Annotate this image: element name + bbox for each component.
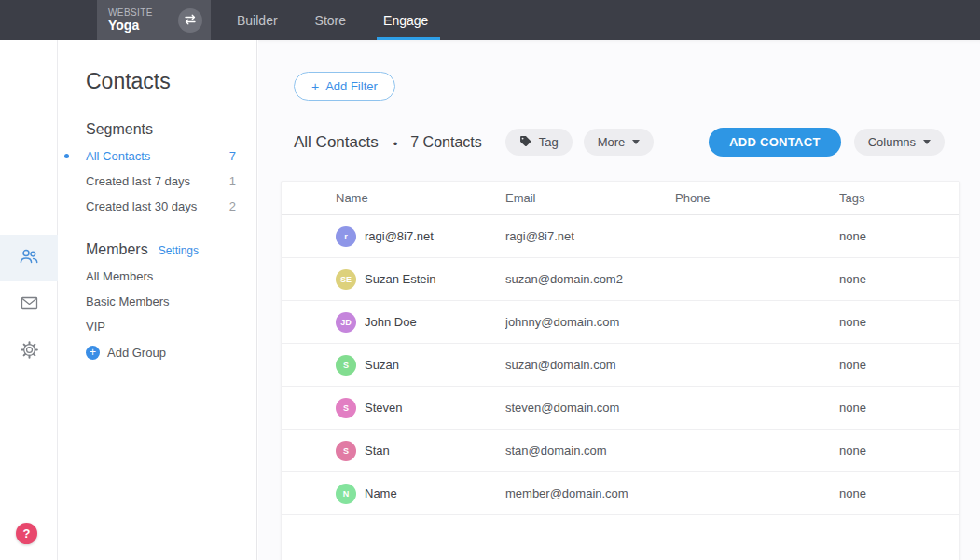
members-item-vip[interactable]: VIP — [58, 314, 256, 339]
avatar: JD — [336, 312, 356, 333]
site-switcher[interactable]: WEBSITE Yoga — [97, 0, 211, 40]
switch-site-button[interactable] — [178, 8, 202, 33]
table-row[interactable]: r ragi@8i7.net ragi@8i7.net none — [282, 215, 959, 258]
segment-all-contacts[interactable]: All Contacts 7 — [58, 143, 256, 169]
table-row[interactable]: N Name member@domain.com none — [282, 472, 959, 515]
rail-item-mail[interactable] — [0, 281, 58, 328]
column-header-name: Name — [336, 191, 505, 205]
contact-name: Stan — [365, 444, 390, 458]
contact-name: Suzan — [365, 358, 399, 372]
contact-email: suzan@domain.com2 — [505, 272, 675, 286]
question-icon: ? — [23, 526, 31, 540]
contact-email: stan@domain.com — [505, 444, 675, 458]
contact-tags: none — [839, 486, 959, 500]
contact-tags: none — [839, 229, 959, 243]
contact-name: Suzan Estein — [365, 272, 436, 286]
contact-tags: none — [839, 444, 959, 458]
current-segment-title: All Contacts — [294, 133, 379, 152]
segment-count: 1 — [229, 174, 236, 188]
columns-button[interactable]: Columns — [854, 129, 945, 156]
members-item-basic[interactable]: Basic Members — [58, 289, 256, 314]
avatar: S — [336, 398, 356, 418]
left-icon-rail: ? — [0, 40, 58, 560]
segment-count: 2 — [229, 199, 236, 213]
main-content: + Add Filter All Contacts • 7 Contacts T… — [258, 40, 980, 560]
contacts-side-panel: Contacts Segments All Contacts 7 Created… — [58, 40, 257, 560]
contact-name: John Doe — [365, 315, 417, 329]
contact-tags: none — [839, 358, 959, 372]
rail-item-settings[interactable] — [0, 328, 58, 375]
contacts-table: Name Email Phone Tags r ragi@8i7.net rag… — [281, 181, 960, 560]
table-row[interactable]: S Steven steven@domain.com none — [282, 387, 959, 430]
contact-tags: none — [839, 272, 959, 286]
tag-icon — [519, 135, 539, 150]
panel-title: Contacts — [86, 69, 256, 94]
table-row[interactable]: JD John Doe johnny@domain.com none — [282, 301, 959, 344]
table-row[interactable]: S Stan stan@domain.com none — [282, 430, 959, 472]
top-bar: WEBSITE Yoga Builder Store Engage — [0, 0, 980, 40]
column-header-email: Email — [505, 191, 675, 205]
site-type-label: WEBSITE — [108, 7, 178, 19]
contact-email: member@domain.com — [505, 486, 675, 500]
contact-email: steven@domain.com — [505, 401, 675, 415]
table-header-row: Name Email Phone Tags — [282, 182, 959, 215]
tab-store[interactable]: Store — [297, 0, 365, 40]
column-header-phone: Phone — [675, 191, 839, 205]
active-tab-underline — [377, 37, 440, 40]
add-filter-button[interactable]: + Add Filter — [294, 72, 395, 101]
add-group-button[interactable]: + Add Group — [58, 339, 256, 366]
avatar: S — [336, 355, 356, 376]
contact-name: Steven — [365, 401, 402, 415]
members-settings-link[interactable]: Settings — [159, 244, 199, 257]
avatar: SE — [336, 269, 356, 290]
contacts-count: 7 Contacts — [410, 134, 481, 151]
segments-heading: Segments — [86, 121, 256, 138]
avatar: r — [336, 226, 356, 247]
contact-name: Name — [365, 486, 397, 500]
main-nav-tabs: Builder Store Engage — [218, 0, 447, 40]
contact-name: ragi@8i7.net — [365, 229, 434, 243]
segment-created-7-days[interactable]: Created last 7 days 1 — [58, 169, 256, 194]
avatar: N — [336, 484, 356, 504]
site-name: Yoga — [108, 18, 178, 33]
rail-item-contacts[interactable] — [0, 235, 58, 281]
plus-icon: + — [311, 79, 319, 94]
contact-email: suzan@domain.com — [505, 358, 675, 372]
segment-created-30-days[interactable]: Created last 30 days 2 — [58, 194, 256, 219]
gear-icon — [21, 341, 38, 362]
swap-arrows-icon — [184, 12, 197, 29]
tab-builder[interactable]: Builder — [218, 0, 297, 40]
members-item-all[interactable]: All Members — [58, 264, 256, 289]
add-contact-button[interactable]: ADD CONTACT — [709, 128, 841, 157]
members-heading: Members — [86, 241, 148, 258]
separator-dot: • — [393, 137, 398, 151]
avatar: S — [336, 441, 356, 461]
mail-icon — [21, 296, 38, 314]
people-icon — [19, 247, 39, 269]
contacts-toolbar: All Contacts • 7 Contacts Tag More ADD C… — [294, 128, 945, 157]
contact-tags: none — [839, 315, 959, 329]
table-row[interactable]: S Suzan suzan@domain.com none — [282, 344, 959, 387]
more-button[interactable]: More — [584, 129, 655, 156]
active-segment-dot — [64, 154, 69, 158]
plus-circle-icon: + — [86, 346, 100, 360]
help-button[interactable]: ? — [16, 523, 37, 544]
chevron-down-icon — [923, 140, 931, 144]
contact-email: johnny@domain.com — [505, 315, 675, 329]
table-row[interactable]: SE Suzan Estein suzan@domain.com2 none — [282, 258, 959, 301]
column-header-tags: Tags — [839, 191, 959, 205]
contact-tags: none — [839, 401, 959, 415]
chevron-down-icon — [632, 140, 640, 144]
tab-engage[interactable]: Engage — [365, 0, 447, 40]
contact-email: ragi@8i7.net — [505, 229, 675, 243]
tag-button[interactable]: Tag — [505, 129, 573, 156]
segment-count: 7 — [229, 149, 236, 163]
